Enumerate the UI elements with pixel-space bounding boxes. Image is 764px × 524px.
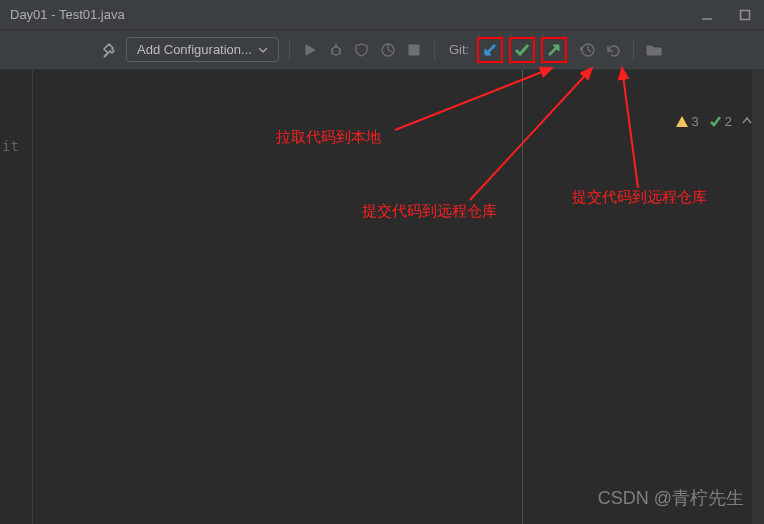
check-icon bbox=[709, 115, 722, 128]
separator bbox=[633, 39, 634, 61]
inspections-widget[interactable]: 3 2 bbox=[675, 114, 752, 129]
passes-indicator[interactable]: 2 bbox=[709, 114, 732, 129]
git-pull-button[interactable] bbox=[477, 37, 503, 63]
passes-count: 2 bbox=[725, 114, 732, 129]
warnings-indicator[interactable]: 3 bbox=[675, 114, 699, 129]
code-fragment: it bbox=[2, 138, 19, 154]
rollback-icon[interactable] bbox=[603, 40, 623, 60]
maximize-button[interactable] bbox=[736, 6, 754, 24]
git-push-button[interactable] bbox=[541, 37, 567, 63]
right-margin-line bbox=[522, 70, 523, 524]
arrow-down-left-icon bbox=[482, 42, 498, 58]
git-label: Git: bbox=[449, 42, 469, 57]
svg-rect-1 bbox=[741, 10, 750, 19]
editor-area[interactable]: it 3 2 bbox=[0, 70, 764, 524]
minimap-scrollbar[interactable] bbox=[752, 70, 764, 524]
chevron-down-icon bbox=[258, 45, 268, 55]
warning-icon bbox=[675, 115, 689, 129]
run-icon[interactable] bbox=[300, 40, 320, 60]
add-configuration-label: Add Configuration... bbox=[137, 42, 252, 57]
window-title: Day01 - Test01.java bbox=[10, 7, 125, 22]
separator bbox=[289, 39, 290, 61]
warnings-count: 3 bbox=[692, 114, 699, 129]
add-configuration-button[interactable]: Add Configuration... bbox=[126, 37, 279, 62]
profile-icon[interactable] bbox=[378, 40, 398, 60]
hide-inspections-icon[interactable] bbox=[742, 114, 752, 129]
main-toolbar: Add Configuration... Git: bbox=[0, 30, 764, 70]
folder-icon[interactable] bbox=[644, 40, 664, 60]
debug-icon[interactable] bbox=[326, 40, 346, 60]
coverage-icon[interactable] bbox=[352, 40, 372, 60]
build-icon[interactable] bbox=[100, 40, 120, 60]
checkmark-icon bbox=[514, 42, 530, 58]
gutter-border bbox=[32, 70, 33, 524]
svg-point-3 bbox=[332, 47, 340, 55]
separator bbox=[434, 39, 435, 61]
svg-line-7 bbox=[331, 53, 333, 54]
svg-rect-10 bbox=[409, 45, 419, 55]
history-icon[interactable] bbox=[577, 40, 597, 60]
svg-line-8 bbox=[339, 53, 341, 54]
stop-icon[interactable] bbox=[404, 40, 424, 60]
arrow-up-right-icon bbox=[546, 42, 562, 58]
svg-line-2 bbox=[104, 53, 108, 57]
minimize-button[interactable] bbox=[698, 6, 716, 24]
svg-line-5 bbox=[331, 49, 333, 50]
git-commit-button[interactable] bbox=[509, 37, 535, 63]
titlebar: Day01 - Test01.java bbox=[0, 0, 764, 30]
svg-line-6 bbox=[339, 49, 341, 50]
window-controls bbox=[698, 6, 754, 24]
